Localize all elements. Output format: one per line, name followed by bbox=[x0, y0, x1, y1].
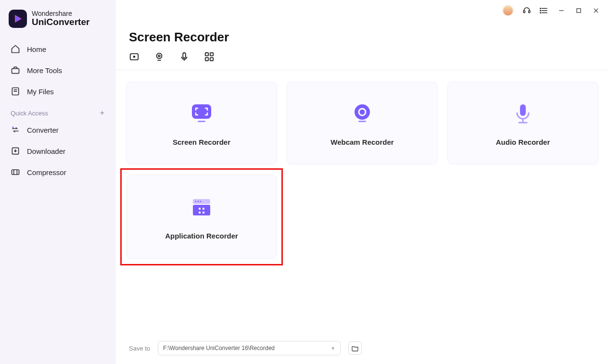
sidebar-item-label: My Files bbox=[27, 88, 54, 96]
svg-rect-29 bbox=[198, 121, 205, 122]
card-label: Application Recorder bbox=[165, 232, 238, 240]
svg-rect-43 bbox=[199, 212, 201, 213]
open-folder-button[interactable] bbox=[348, 341, 362, 355]
brand-logo-icon bbox=[9, 10, 27, 28]
card-label: Screen Recorder bbox=[173, 138, 230, 146]
user-avatar-icon[interactable] bbox=[502, 5, 514, 16]
svg-point-12 bbox=[540, 8, 541, 9]
svg-rect-7 bbox=[523, 11, 525, 13]
sidebar-item-downloader[interactable]: Downloader bbox=[0, 140, 115, 162]
svg-rect-25 bbox=[210, 53, 213, 56]
sidebar-item-home[interactable]: Home bbox=[0, 38, 115, 60]
brand: Wondershare UniConverter bbox=[0, 10, 115, 38]
card-screen-recorder[interactable]: Screen Recorder bbox=[126, 82, 277, 164]
files-icon bbox=[11, 87, 20, 96]
compressor-icon bbox=[11, 167, 20, 177]
converter-icon bbox=[11, 125, 20, 135]
close-button[interactable] bbox=[592, 6, 600, 15]
svg-rect-27 bbox=[210, 58, 213, 61]
sidebar-item-more-tools[interactable]: More Tools bbox=[0, 60, 115, 81]
svg-rect-6 bbox=[12, 170, 19, 175]
card-application-recorder[interactable]: Application Recorder bbox=[127, 175, 277, 259]
save-to-bar: Save to F:\Wondershare UniConverter 16\R… bbox=[129, 341, 598, 355]
page-title: Screen Recorder bbox=[129, 30, 609, 45]
application-recorder-icon bbox=[188, 194, 215, 221]
sidebar-item-my-files[interactable]: My Files bbox=[0, 81, 115, 102]
svg-point-37 bbox=[195, 201, 197, 202]
chevron-down-icon: ▼ bbox=[330, 346, 335, 351]
sidebar-item-label: Converter bbox=[27, 126, 59, 134]
sidebar: Wondershare UniConverter Home More Tools… bbox=[0, 0, 115, 364]
sidebar-item-label: Home bbox=[27, 45, 46, 53]
downloader-icon bbox=[11, 146, 20, 156]
svg-point-39 bbox=[200, 201, 202, 202]
brand-text-line1: Wondershare bbox=[32, 10, 89, 17]
svg-point-20 bbox=[134, 56, 135, 58]
tab-screen-icon[interactable] bbox=[129, 51, 140, 62]
svg-rect-28 bbox=[192, 104, 211, 119]
quick-access-label: Quick Access bbox=[11, 110, 48, 117]
window-titlebar bbox=[115, 0, 609, 21]
menu-icon[interactable] bbox=[540, 6, 548, 15]
card-webcam-recorder[interactable]: Webcam Recorder bbox=[287, 82, 438, 164]
svg-rect-24 bbox=[205, 53, 208, 56]
svg-rect-33 bbox=[520, 104, 526, 116]
main-content: Screen Recorder bbox=[115, 0, 609, 364]
mode-tabs bbox=[115, 51, 609, 70]
audio-recorder-icon bbox=[509, 100, 536, 127]
svg-rect-0 bbox=[12, 69, 19, 74]
svg-point-38 bbox=[198, 201, 199, 202]
svg-point-21 bbox=[157, 53, 162, 59]
brand-text-line2: UniConverter bbox=[32, 17, 89, 27]
svg-rect-8 bbox=[529, 11, 530, 13]
save-path-value: F:\Wondershare UniConverter 16\Recorded bbox=[163, 345, 275, 351]
add-quick-access-button[interactable]: + bbox=[100, 109, 104, 117]
sidebar-item-converter[interactable]: Converter bbox=[0, 119, 115, 140]
svg-rect-16 bbox=[577, 9, 581, 13]
svg-rect-41 bbox=[199, 208, 201, 210]
card-audio-recorder[interactable]: Audio Recorder bbox=[447, 82, 598, 164]
svg-point-14 bbox=[540, 13, 541, 13]
screen-recorder-icon bbox=[188, 100, 215, 127]
quick-access-header: Quick Access + bbox=[0, 102, 115, 119]
save-to-label: Save to bbox=[129, 345, 150, 352]
home-icon bbox=[11, 44, 20, 54]
tab-apps-icon[interactable] bbox=[204, 51, 215, 62]
svg-rect-40 bbox=[193, 205, 210, 215]
sidebar-item-label: More Tools bbox=[27, 66, 62, 75]
svg-point-4 bbox=[12, 126, 13, 128]
tab-audio-icon[interactable] bbox=[179, 51, 190, 62]
card-label: Webcam Recorder bbox=[330, 138, 393, 146]
svg-rect-23 bbox=[183, 53, 186, 58]
svg-point-30 bbox=[355, 104, 370, 120]
tab-webcam-icon[interactable] bbox=[154, 51, 165, 62]
sidebar-item-compressor[interactable]: Compressor bbox=[0, 162, 115, 183]
svg-rect-26 bbox=[205, 58, 208, 61]
save-path-dropdown[interactable]: F:\Wondershare UniConverter 16\Recorded … bbox=[158, 341, 341, 355]
svg-rect-32 bbox=[358, 121, 366, 122]
svg-rect-42 bbox=[203, 208, 204, 210]
support-icon[interactable] bbox=[522, 6, 531, 15]
webcam-recorder-icon bbox=[349, 100, 376, 127]
highlight-box: Application Recorder bbox=[120, 168, 283, 265]
sidebar-item-label: Downloader bbox=[27, 147, 65, 155]
sidebar-item-label: Compressor bbox=[27, 168, 66, 176]
maximize-button[interactable] bbox=[574, 6, 583, 15]
svg-point-22 bbox=[158, 55, 160, 57]
svg-rect-44 bbox=[203, 212, 204, 213]
card-label: Audio Recorder bbox=[496, 138, 550, 146]
minimize-button[interactable] bbox=[557, 6, 566, 15]
toolbox-icon bbox=[11, 65, 20, 75]
svg-point-13 bbox=[540, 10, 541, 11]
